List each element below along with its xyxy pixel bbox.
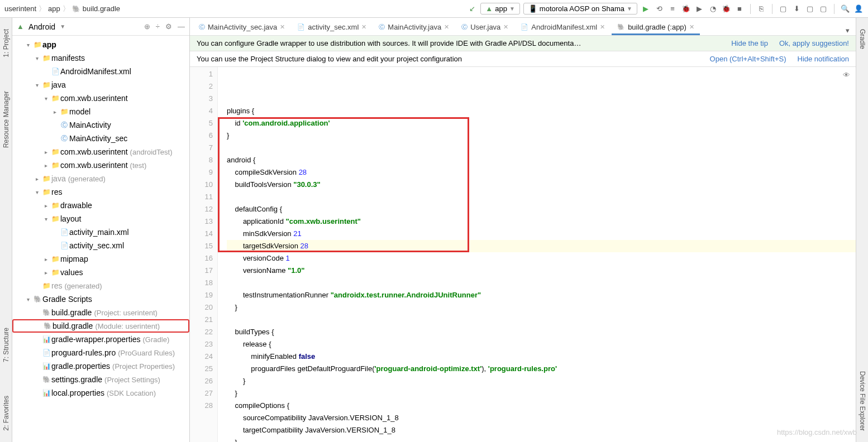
editor-tab[interactable]: ⒸMainActivity.java✕ [373, 21, 455, 35]
editor-tab[interactable]: ⒸUser.java✕ [456, 21, 514, 35]
tree-twisty-icon[interactable]: ▸ [41, 149, 50, 155]
tree-twisty-icon[interactable]: ▾ [41, 216, 50, 222]
crumb-module[interactable]: app [48, 4, 60, 13]
coverage-icon[interactable]: ▶ [694, 4, 704, 14]
editor-tab[interactable]: 📄activity_sec.xml✕ [292, 21, 372, 35]
crumb-file[interactable]: build.gradle [83, 4, 120, 13]
tree-item[interactable]: ▸📁drawable [12, 199, 189, 212]
crumb-project[interactable]: userintent [4, 4, 36, 13]
hint-hide-tip[interactable]: Hide the tip [731, 39, 768, 47]
device-combo[interactable]: 📱 motorola AOSP on Shama ▼ [523, 3, 637, 15]
search-icon[interactable]: 🔍 [840, 4, 850, 14]
project-tree[interactable]: ▾📁app▾📁manifests📄AndroidManifest.xml▾📁ja… [12, 36, 189, 442]
tree-item[interactable]: 📄activity_sec.xml [12, 239, 189, 252]
chevron-down-icon[interactable]: ▼ [60, 23, 65, 30]
editor-body[interactable]: 1234567891011121314151617181920212223242… [190, 67, 856, 442]
tree-twisty-icon[interactable]: ▸ [50, 109, 59, 115]
tree-item[interactable]: ▸📁com.xwb.userintent(androidTest) [12, 145, 189, 158]
tree-twisty-icon[interactable]: ▾ [32, 189, 41, 195]
project-view-title[interactable]: Android [28, 22, 55, 31]
tree-item[interactable]: ▾📁layout [12, 212, 189, 225]
tree-item[interactable]: ▾📁app [12, 38, 189, 51]
close-icon[interactable]: ✕ [600, 23, 605, 31]
run-config-combo[interactable]: ▲ app ▼ [480, 3, 519, 15]
rail-resmgr[interactable]: Resource Manager [2, 91, 10, 148]
tab-chevron-icon[interactable]: ▾ [842, 25, 852, 35]
tree-item[interactable]: 🐘settings.gradle(Project Settings) [12, 373, 189, 386]
tree-twisty-icon[interactable]: ▾ [23, 42, 32, 48]
debug-icon[interactable]: 🐞 [681, 4, 691, 14]
tree-item[interactable]: 📊local.properties(SDK Location) [12, 386, 189, 400]
hint-apply-suggestion[interactable]: Ok, apply suggestion! [779, 39, 849, 47]
tree-item[interactable]: 📁res(generated) [12, 279, 189, 292]
chevron-down-icon: ▼ [509, 6, 515, 12]
tree-item[interactable]: ▸📁mipmap [12, 252, 189, 266]
close-icon[interactable]: ✕ [689, 23, 694, 31]
tree-twisty-icon[interactable]: ▾ [32, 82, 41, 88]
tree-twisty-icon[interactable]: ▸ [41, 270, 50, 276]
collapse-icon[interactable]: — [178, 22, 185, 31]
rail-project[interactable]: 1: Project [2, 29, 10, 57]
tree-item[interactable]: 🐘build.gradle(Project: userintent) [12, 306, 189, 319]
rail-gradle[interactable]: Gradle [859, 29, 866, 49]
line-gutter[interactable]: 1234567891011121314151617181920212223242… [190, 67, 218, 442]
tree-twisty-icon[interactable]: ▸ [32, 176, 41, 182]
close-icon[interactable]: ✕ [361, 23, 366, 31]
editor-tab[interactable]: 🐘build.gradle (:app)✕ [612, 21, 700, 35]
tree-suffix: (SDK Location) [107, 389, 156, 397]
tree-item[interactable]: ⒸMainActivity [12, 118, 189, 132]
tree-item[interactable]: 📄proguard-rules.pro(ProGuard Rules) [12, 346, 189, 359]
tree-item[interactable]: 📊gradle.properties(Project Properties) [12, 359, 189, 373]
avd-icon[interactable]: ▢ [778, 4, 788, 14]
close-icon[interactable]: ✕ [503, 23, 508, 31]
attach-debug-icon[interactable]: 🐞 [721, 4, 731, 14]
run-icon[interactable]: ▶ [641, 4, 651, 14]
profiler-icon[interactable]: ◔ [708, 4, 718, 14]
layout-inspector-icon[interactable]: ▢ [805, 4, 815, 14]
resource-mgr-icon[interactable]: ▢ [818, 4, 828, 14]
git-icon[interactable]: ⎘ [756, 4, 766, 14]
tree-item[interactable]: 🐘build.gradle(Module: userintent) [12, 319, 189, 333]
tree-item[interactable]: 📊gradle-wrapper.properties(Gradle) [12, 333, 189, 346]
gear-icon[interactable]: ⚙ [165, 22, 172, 31]
editor-tab[interactable]: ⒸMainActivity_sec.java✕ [193, 21, 290, 35]
tree-item[interactable]: ▸📁com.xwb.userintent(test) [12, 158, 189, 172]
tree-item[interactable]: ▾📁res [12, 185, 189, 199]
close-icon[interactable]: ✕ [280, 23, 285, 31]
tree-item[interactable]: ▸📁values [12, 266, 189, 279]
sync-icon[interactable]: ↙ [467, 4, 477, 14]
tree-twisty-icon[interactable]: ▾ [23, 296, 32, 302]
rail-structure[interactable]: 7: Structure [2, 328, 10, 362]
user-icon[interactable]: 👤 [853, 4, 864, 14]
tree-twisty-icon[interactable]: ▸ [41, 256, 50, 262]
tree-twisty-icon[interactable]: ▸ [41, 162, 50, 169]
tree-twisty-icon[interactable]: ▾ [41, 95, 50, 102]
inspect-icon[interactable]: 👁 [843, 69, 850, 81]
rail-favorites[interactable]: 2: Favorites [2, 396, 10, 431]
tree-item[interactable]: 📄activity_main.xml [12, 225, 189, 239]
hint-open-structure[interactable]: Open (Ctrl+Alt+Shift+S) [710, 55, 786, 63]
tree-item[interactable]: ⒸMainActivity_sec [12, 132, 189, 145]
editor-tab[interactable]: 📄AndroidManifest.xml✕ [515, 21, 611, 35]
code-area[interactable]: 👁 plugins { id 'com.android.application'… [218, 67, 856, 442]
tree-item[interactable]: ▸📁model [12, 105, 189, 118]
target-icon[interactable]: ⊕ [144, 22, 150, 31]
breadcrumb[interactable]: userintent 〉 app 〉 🐘 build.gradle [4, 4, 120, 14]
hint-hide-notification[interactable]: Hide notification [798, 55, 850, 63]
close-icon[interactable]: ✕ [444, 23, 449, 31]
tree-suffix: (test) [130, 161, 147, 170]
tree-item[interactable]: ▾📁manifests [12, 51, 189, 65]
tree-item[interactable]: ▸📁java(generated) [12, 172, 189, 185]
rail-device-explorer[interactable]: Device File Explorer [859, 371, 866, 431]
tree-item[interactable]: ▾📁com.xwb.userintent [12, 92, 189, 105]
tree-item[interactable]: ▾🐘Gradle Scripts [12, 292, 189, 306]
apply-code-icon[interactable]: ≡ [667, 4, 678, 14]
sdk-icon[interactable]: ⬇ [791, 4, 802, 14]
tree-item[interactable]: 📄AndroidManifest.xml [12, 65, 189, 78]
divide-icon[interactable]: ÷ [156, 22, 160, 31]
stop-icon[interactable]: ■ [735, 4, 745, 14]
tree-twisty-icon[interactable]: ▾ [32, 55, 41, 61]
tree-twisty-icon[interactable]: ▸ [41, 203, 50, 209]
tree-item[interactable]: ▾📁java [12, 78, 189, 92]
apply-changes-icon[interactable]: ⟲ [654, 4, 664, 14]
